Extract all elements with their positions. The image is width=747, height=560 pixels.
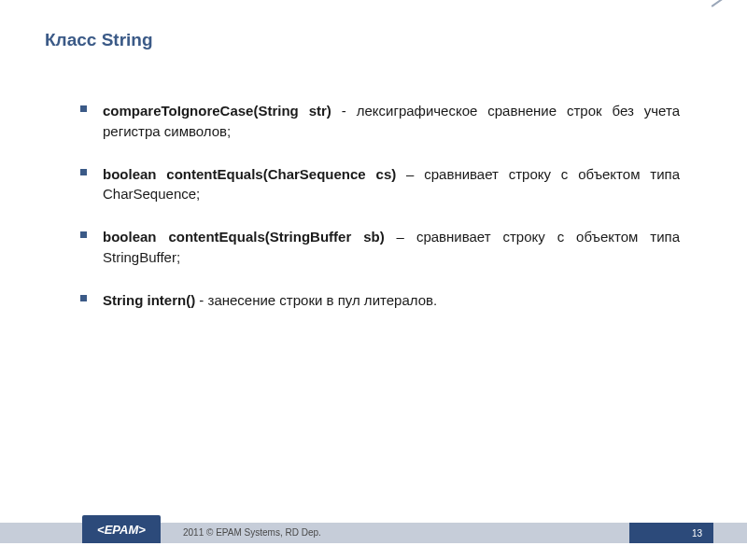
slide-title: Класс String	[45, 30, 153, 50]
method-description: занесение строки в пул литералов.	[208, 292, 438, 308]
separator: -	[195, 292, 207, 308]
content-area: compareToIgnoreCase(String str) - лексиг…	[103, 101, 680, 332]
corner-decoration	[712, 0, 731, 7]
page-number-box: 13	[629, 523, 713, 543]
list-item: boolean contentEquals(CharSequence cs) –…	[103, 164, 680, 205]
separator: –	[396, 166, 424, 182]
list-item: boolean contentEquals(StringBuffer sb) –…	[103, 227, 680, 268]
copyright-text: 2011 © EPAM Systems, RD Dep.	[183, 523, 321, 543]
page-number: 13	[692, 528, 702, 539]
method-signature: boolean contentEquals(StringBuffer sb)	[103, 229, 385, 245]
method-signature: compareToIgnoreCase(String str)	[103, 103, 331, 119]
slide: Класс String compareToIgnoreCase(String …	[0, 0, 747, 560]
footer: <EPAM> 2011 © EPAM Systems, RD Dep. 13	[0, 523, 747, 543]
separator: –	[385, 229, 416, 245]
list-item: String intern() - занесение строки в пул…	[103, 290, 680, 311]
method-signature: boolean contentEquals(CharSequence cs)	[103, 166, 396, 182]
list-item: compareToIgnoreCase(String str) - лексиг…	[103, 101, 680, 142]
separator: -	[331, 103, 357, 119]
method-signature: String intern()	[103, 292, 195, 308]
epam-logo: <EPAM>	[82, 515, 161, 543]
